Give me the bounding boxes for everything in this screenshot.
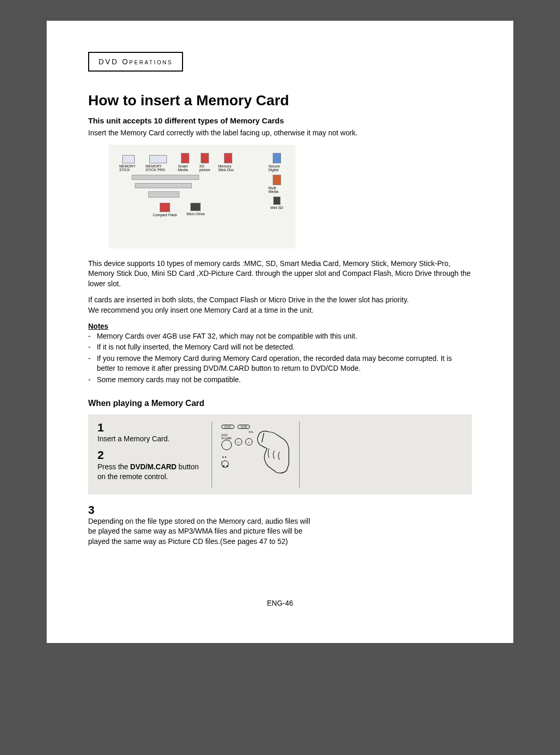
note-item: If it is not fully inserted, the Memory … <box>88 342 472 353</box>
card-label: MEMORY STICK PRO <box>146 164 171 172</box>
subheading-accepts: This unit accepts 10 different types of … <box>88 116 472 125</box>
subheading-playing: When playing a Memory Card <box>88 399 472 408</box>
card-label: XD picture <box>199 164 211 172</box>
manual-page: DVD Operations How to insert a Memory Ca… <box>47 21 513 643</box>
remote-illustration-panel: DVD VCR VOL DVD/ M.CARD – ⌄ ◄◄ |◄◄ <box>212 422 300 487</box>
remote-rewind-icon: ◄◄ <box>221 455 227 458</box>
steps-block: 1 Insert a Memory Card. 2 Press the DVD/… <box>88 414 472 495</box>
paragraph-1: This device supports 10 types of memory … <box>88 259 472 289</box>
note-item: Memory Cards over 4GB use FAT 32, which … <box>88 331 472 342</box>
notes-heading: Notes <box>88 322 472 330</box>
section-label: DVD Operations <box>99 58 173 66</box>
card-label: Smart Media <box>178 164 192 172</box>
card-label: Micro Drive <box>187 212 205 216</box>
card-label: Compact Flash <box>153 213 177 217</box>
remote-skip-button: |◄◄ <box>221 460 229 468</box>
note-item: Some memory cards may not be compatible. <box>88 375 472 385</box>
step-3-block: 3 Depending on the file type stored on t… <box>88 504 472 547</box>
remote-dvd-mcard-label: DVD/ M.CARD <box>221 434 232 440</box>
note-item: If you remove the Memory Card during Mem… <box>88 354 472 374</box>
page-title: How to insert a Memory Card <box>88 92 472 109</box>
page-number: ENG-46 <box>88 599 472 607</box>
card-label: Secure Digital <box>269 164 285 172</box>
step-number-3: 3 <box>88 504 472 516</box>
remote-down-button: ⌄ <box>245 438 253 445</box>
intro-text: Insert the Memory Card correctly with th… <box>88 128 472 138</box>
step-text-2: Press the DVD/M.CARD button on the remot… <box>97 462 201 482</box>
remote-vcr-label: VCR <box>237 425 250 429</box>
section-header-box: DVD Operations <box>88 52 183 72</box>
paragraph-3: We recommend you only insert one Memory … <box>88 305 472 316</box>
remote-minus-button: – <box>235 438 242 445</box>
step-text-3: Depending on the file type stored on the… <box>88 516 311 547</box>
card-label: Memory Stick Duo <box>218 164 239 172</box>
step-text-1: Insert a Memory Card. <box>97 434 201 444</box>
memory-card-diagram: MEMORY STICK MEMORY STICK PRO Smart Medi… <box>109 145 296 248</box>
hand-pointing-icon <box>254 428 290 474</box>
step-number-2: 2 <box>97 449 201 462</box>
notes-list: Memory Cards over 4GB use FAT 32, which … <box>88 331 472 385</box>
step-number-1: 1 <box>97 422 201 434</box>
remote-dvd-label: DVD <box>221 425 234 429</box>
paragraph-2: If cards are inserted in both slots, the… <box>88 295 472 305</box>
card-label: MEMORY STICK <box>119 164 138 172</box>
card-label: Multi Media <box>269 186 285 193</box>
remote-mcard-button <box>221 440 232 450</box>
card-label: Mini SD <box>271 206 284 209</box>
